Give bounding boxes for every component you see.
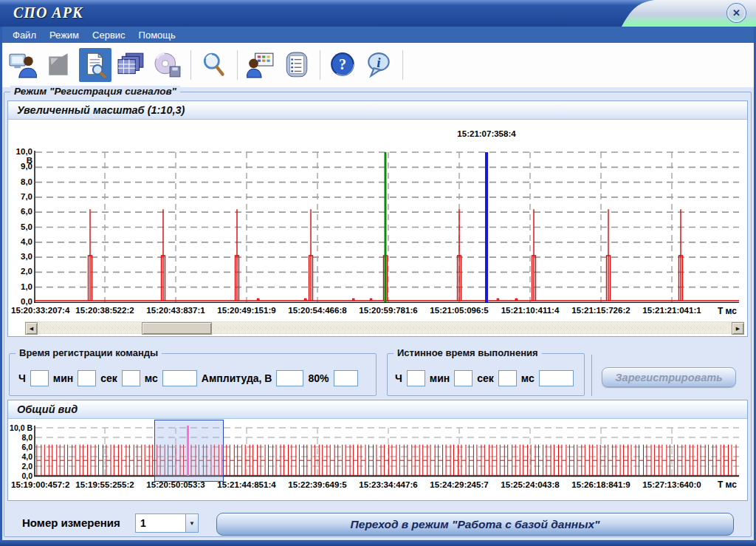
y-tick-label: 10,0 В — [9, 423, 32, 432]
zoomed-scale-panel-title: Увеличенный масштаб (1:10,3) — [17, 104, 185, 116]
x-tick-label: 15:20:50:053:3 — [146, 480, 205, 489]
measure-number-label: Номер измерения — [22, 516, 120, 529]
measure-number-value: 1 — [136, 514, 185, 532]
true-hours-label: Ч — [395, 372, 402, 384]
y-tick-label: 5,0 — [9, 222, 32, 231]
user-presentation-icon — [247, 52, 275, 78]
x-tick-label: 15:20:54:466:8 — [288, 306, 346, 315]
menu-help[interactable]: Помощь — [132, 28, 182, 42]
amplitude-label: Амплитуда, В — [202, 372, 272, 384]
cmd-hours-input[interactable] — [30, 370, 49, 386]
toolbar-tables-button[interactable] — [115, 48, 148, 82]
toolbar-separator — [237, 50, 238, 80]
x-tick-label: 15:19:00:457:2 — [11, 480, 69, 489]
toolbar-separator — [320, 50, 320, 80]
x-tick-label: 15:27:13:640:0 — [642, 480, 701, 489]
x-tick-label: 15:23:34:447:6 — [359, 480, 417, 489]
cmd-ms-label: мс — [145, 372, 158, 384]
menu-mode[interactable]: Режим — [43, 28, 86, 42]
command-time-group-label: Время регистрации команды — [16, 347, 162, 358]
true-time-group-label: Истинное время выполнения — [394, 347, 542, 358]
y-tick-label: 0,0 — [9, 297, 32, 306]
percent-label: 80% — [308, 372, 329, 384]
window-left-border — [0, 27, 2, 546]
users-computer-icon — [9, 52, 37, 78]
x-tick-label: 15:20:49:151:9 — [217, 306, 275, 315]
overview-panel: Общий вид 10,0 В8,06,04,02,00,0 Т мс 15:… — [7, 400, 748, 501]
cmd-seconds-input[interactable] — [122, 370, 140, 386]
notes-icon — [283, 52, 311, 78]
scrollbar-thumb[interactable] — [142, 322, 212, 335]
overview-signal-trace — [34, 445, 739, 476]
zoom-chart-scrollbar[interactable]: ◀ ▶ — [25, 321, 744, 334]
close-icon: ✕ — [732, 8, 740, 18]
combo-dropdown-button[interactable]: ▼ — [185, 514, 198, 532]
true-minutes-input[interactable] — [454, 370, 472, 386]
window-title: СПО АРК — [13, 4, 83, 21]
document-search-icon — [81, 52, 109, 78]
scrollbar-right-arrow[interactable]: ▶ — [732, 322, 744, 335]
toolbar-signal-registration-button[interactable] — [79, 48, 111, 82]
x-tick-label: 15:26:18:841:9 — [571, 480, 630, 489]
percent-input[interactable] — [334, 370, 358, 386]
close-button[interactable]: ✕ — [727, 4, 746, 22]
toolbar-snapshot-button[interactable] — [43, 48, 75, 82]
cd-save-icon — [154, 52, 182, 78]
x-tick-label: 15:19:55:255:2 — [75, 480, 134, 489]
y-tick-label: 8,0 — [9, 177, 32, 186]
app-window: СПО АРК ✕ Файл Режим Сервис Помощь — [0, 0, 756, 546]
x-tick-label: 15:25:24:043:8 — [501, 480, 559, 489]
command-time-groupbox: Время регистрации команды Ч мин сек мс А… — [9, 353, 377, 396]
x-tick-label: 15:21:10:411:4 — [501, 306, 560, 315]
overview-chart-plot[interactable] — [34, 426, 739, 477]
cmd-seconds-label: сек — [100, 372, 117, 384]
overview-panel-title: Общий вид — [17, 403, 78, 415]
toolbar-help-button[interactable]: ? — [327, 48, 360, 82]
true-ms-input[interactable] — [539, 370, 574, 386]
toolbar-info-button[interactable]: i — [363, 48, 396, 82]
zoom-chart-plot[interactable] — [34, 151, 739, 303]
mode-groupbox-label: Режим "Регистрация сигналов" — [10, 86, 180, 97]
toolbar-notes-button[interactable] — [281, 48, 313, 82]
x-tick-label: 15:21:44:851:4 — [217, 480, 275, 489]
toolbar: ? i — [2, 43, 754, 87]
window-bottom-border — [0, 540, 756, 546]
true-hours-input[interactable] — [407, 370, 425, 386]
menu-service[interactable]: Сервис — [86, 28, 132, 42]
x-tick-label: 15:21:05:096:5 — [430, 306, 488, 315]
svg-text:?: ? — [339, 56, 346, 72]
database-mode-button[interactable]: Переход в режим "Работа с базой данных" — [216, 513, 734, 536]
x-tick-label: 15:22:39:649:5 — [288, 480, 346, 489]
y-tick-label: 3,0 — [9, 252, 32, 261]
svg-text:i: i — [377, 55, 381, 70]
menu-file[interactable]: Файл — [6, 28, 43, 42]
overview-panel-header: Общий вид — [8, 400, 747, 419]
toolbar-user-presentation-button[interactable] — [244, 48, 277, 82]
middle-divider — [591, 355, 592, 396]
toolbar-cd-save-button[interactable] — [151, 48, 184, 82]
cmd-ms-input[interactable] — [162, 370, 197, 386]
y-tick-label: 4,0 — [9, 452, 32, 461]
snapshot-disabled-icon — [45, 52, 73, 78]
scrollbar-left-arrow[interactable]: ◀ — [25, 322, 38, 335]
blue-cursor-time-label: 15:21:07:358:4 — [457, 129, 515, 138]
register-button[interactable]: Зарегистрировать — [602, 367, 736, 387]
measure-number-combo[interactable]: 1 ▼ — [135, 513, 199, 533]
cmd-minutes-input[interactable] — [78, 370, 96, 386]
toolbar-search-button[interactable] — [198, 48, 230, 82]
magnifier-icon — [200, 52, 228, 78]
amplitude-input[interactable] — [276, 370, 303, 386]
true-time-groupbox: Истинное время выполнения Ч мин сек мс — [387, 353, 585, 396]
x-tick-label: 15:20:59:781:6 — [359, 306, 417, 315]
true-seconds-label: сек — [477, 372, 494, 384]
toolbar-users-computer-button[interactable] — [7, 48, 39, 82]
chevron-down-icon: ▼ — [189, 520, 195, 527]
x-tick-label: 15:20:43:837:1 — [146, 306, 205, 315]
y-tick-label: 0,0 — [9, 471, 32, 480]
true-ms-label: мс — [521, 372, 535, 384]
true-seconds-input[interactable] — [498, 370, 517, 386]
cmd-hours-label: Ч — [18, 372, 26, 384]
y-tick-label: 1,0 — [9, 282, 32, 291]
x-tick-label: 15:20:38:522:2 — [75, 306, 134, 315]
menu-bar: Файл Режим Сервис Помощь — [0, 27, 756, 43]
